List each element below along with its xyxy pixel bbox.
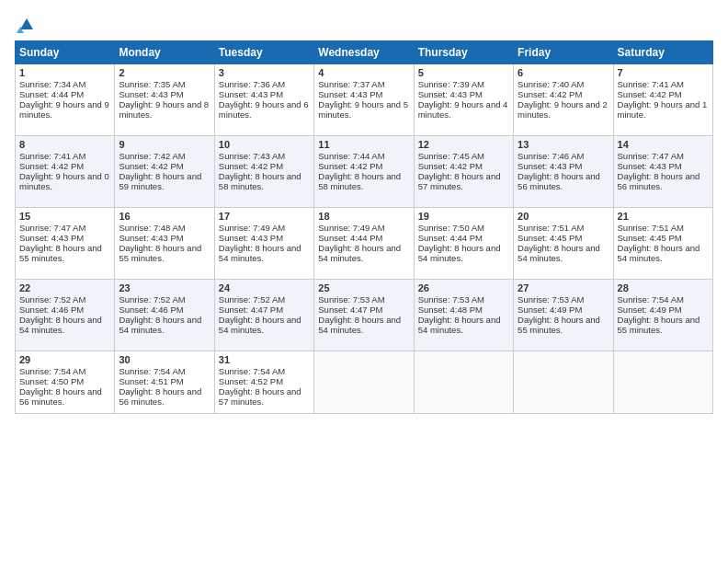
sunset-label: Sunset: 4:45 PM bbox=[518, 233, 582, 243]
sunset-label: Sunset: 4:42 PM bbox=[318, 161, 382, 171]
col-header-monday: Monday bbox=[115, 40, 214, 63]
daylight-label: Daylight: 8 hours and 56 minutes. bbox=[518, 171, 600, 191]
calendar-cell bbox=[514, 350, 613, 413]
sunrise-label: Sunrise: 7:42 AM bbox=[119, 151, 185, 161]
sunrise-label: Sunrise: 7:47 AM bbox=[618, 151, 684, 161]
calendar-cell: 11Sunrise: 7:44 AMSunset: 4:42 PMDayligh… bbox=[314, 135, 414, 207]
sunrise-label: Sunrise: 7:45 AM bbox=[418, 151, 484, 161]
daylight-label: Daylight: 8 hours and 56 minutes. bbox=[19, 386, 102, 407]
calendar-cell: 16Sunrise: 7:48 AMSunset: 4:43 PMDayligh… bbox=[115, 207, 214, 279]
daylight-label: Daylight: 8 hours and 54 minutes. bbox=[19, 315, 102, 335]
day-number: 25 bbox=[318, 282, 409, 293]
day-number: 16 bbox=[119, 211, 210, 222]
sunset-label: Sunset: 4:43 PM bbox=[618, 161, 682, 171]
sunrise-label: Sunrise: 7:54 AM bbox=[219, 366, 285, 376]
sunset-label: Sunset: 4:42 PM bbox=[119, 161, 183, 171]
day-number: 11 bbox=[318, 139, 409, 150]
col-header-thursday: Thursday bbox=[414, 40, 513, 63]
day-number: 17 bbox=[219, 211, 310, 222]
day-number: 28 bbox=[618, 282, 709, 293]
sunrise-label: Sunrise: 7:37 AM bbox=[318, 79, 384, 89]
sunset-label: Sunset: 4:42 PM bbox=[518, 89, 582, 99]
day-number: 20 bbox=[518, 211, 609, 222]
calendar-cell: 6Sunrise: 7:40 AMSunset: 4:42 PMDaylight… bbox=[514, 63, 613, 135]
sunrise-label: Sunrise: 7:41 AM bbox=[19, 151, 85, 161]
daylight-label: Daylight: 8 hours and 54 minutes. bbox=[518, 243, 600, 263]
calendar-cell: 2Sunrise: 7:35 AMSunset: 4:43 PMDaylight… bbox=[115, 63, 214, 135]
sunset-label: Sunset: 4:47 PM bbox=[318, 304, 382, 315]
calendar-cell: 5Sunrise: 7:39 AMSunset: 4:43 PMDaylight… bbox=[414, 63, 513, 135]
day-number: 18 bbox=[318, 211, 409, 222]
day-number: 5 bbox=[418, 67, 509, 78]
calendar-cell: 4Sunrise: 7:37 AMSunset: 4:43 PMDaylight… bbox=[314, 63, 414, 135]
calendar-cell: 23Sunrise: 7:52 AMSunset: 4:46 PMDayligh… bbox=[115, 279, 214, 350]
sunset-label: Sunset: 4:46 PM bbox=[19, 304, 84, 315]
day-number: 6 bbox=[518, 67, 609, 78]
calendar-cell: 7Sunrise: 7:41 AMSunset: 4:42 PMDaylight… bbox=[613, 63, 712, 135]
sunrise-label: Sunrise: 7:48 AM bbox=[119, 223, 185, 233]
daylight-label: Daylight: 9 hours and 5 minutes. bbox=[318, 99, 408, 120]
sunrise-label: Sunrise: 7:53 AM bbox=[318, 294, 384, 304]
day-number: 13 bbox=[518, 139, 609, 150]
sunrise-label: Sunrise: 7:54 AM bbox=[618, 294, 684, 304]
calendar-cell: 10Sunrise: 7:43 AMSunset: 4:42 PMDayligh… bbox=[214, 135, 313, 207]
day-number: 21 bbox=[618, 211, 709, 222]
sunset-label: Sunset: 4:43 PM bbox=[518, 161, 582, 171]
daylight-label: Daylight: 8 hours and 54 minutes. bbox=[219, 315, 301, 335]
day-number: 8 bbox=[19, 139, 110, 150]
col-header-wednesday: Wednesday bbox=[314, 40, 414, 63]
sunrise-label: Sunrise: 7:52 AM bbox=[219, 294, 285, 304]
logo bbox=[15, 15, 37, 33]
day-number: 22 bbox=[19, 282, 110, 293]
sunrise-label: Sunrise: 7:54 AM bbox=[19, 366, 85, 376]
daylight-label: Daylight: 8 hours and 55 minutes. bbox=[19, 243, 102, 263]
calendar-cell: 28Sunrise: 7:54 AMSunset: 4:49 PMDayligh… bbox=[613, 279, 712, 350]
sunrise-label: Sunrise: 7:51 AM bbox=[518, 223, 584, 233]
sunrise-label: Sunrise: 7:53 AM bbox=[518, 294, 584, 304]
sunset-label: Sunset: 4:43 PM bbox=[219, 89, 283, 99]
sunrise-label: Sunrise: 7:43 AM bbox=[219, 151, 285, 161]
sunset-label: Sunset: 4:43 PM bbox=[318, 89, 382, 99]
sunrise-label: Sunrise: 7:49 AM bbox=[219, 223, 285, 233]
svg-marker-0 bbox=[20, 18, 33, 29]
day-number: 2 bbox=[119, 67, 210, 78]
calendar-cell: 15Sunrise: 7:47 AMSunset: 4:43 PMDayligh… bbox=[16, 207, 115, 279]
col-header-friday: Friday bbox=[514, 40, 613, 63]
daylight-label: Daylight: 8 hours and 54 minutes. bbox=[318, 315, 401, 335]
calendar-row: 1Sunrise: 7:34 AMSunset: 4:44 PMDaylight… bbox=[16, 63, 713, 135]
day-number: 23 bbox=[119, 282, 210, 293]
daylight-label: Daylight: 8 hours and 55 minutes. bbox=[119, 243, 201, 263]
calendar-cell: 14Sunrise: 7:47 AMSunset: 4:43 PMDayligh… bbox=[613, 135, 712, 207]
daylight-label: Daylight: 9 hours and 9 minutes. bbox=[19, 99, 109, 120]
daylight-label: Daylight: 9 hours and 2 minutes. bbox=[518, 99, 608, 120]
sunset-label: Sunset: 4:49 PM bbox=[518, 304, 582, 315]
calendar-row: 15Sunrise: 7:47 AMSunset: 4:43 PMDayligh… bbox=[16, 207, 713, 279]
calendar-cell: 1Sunrise: 7:34 AMSunset: 4:44 PMDaylight… bbox=[16, 63, 115, 135]
sunset-label: Sunset: 4:50 PM bbox=[19, 376, 84, 386]
sunrise-label: Sunrise: 7:35 AM bbox=[119, 79, 185, 89]
calendar-cell: 9Sunrise: 7:42 AMSunset: 4:42 PMDaylight… bbox=[115, 135, 214, 207]
sunset-label: Sunset: 4:42 PM bbox=[219, 161, 283, 171]
daylight-label: Daylight: 8 hours and 56 minutes. bbox=[119, 386, 201, 407]
day-number: 4 bbox=[318, 67, 409, 78]
calendar-cell: 13Sunrise: 7:46 AMSunset: 4:43 PMDayligh… bbox=[514, 135, 613, 207]
sunset-label: Sunset: 4:44 PM bbox=[418, 233, 483, 243]
daylight-label: Daylight: 8 hours and 54 minutes. bbox=[318, 243, 401, 263]
sunset-label: Sunset: 4:42 PM bbox=[19, 161, 84, 171]
sunset-label: Sunset: 4:44 PM bbox=[19, 89, 84, 99]
sunrise-label: Sunrise: 7:34 AM bbox=[19, 79, 85, 89]
day-number: 30 bbox=[119, 354, 210, 365]
daylight-label: Daylight: 9 hours and 0 minutes. bbox=[19, 171, 109, 191]
sunset-label: Sunset: 4:43 PM bbox=[19, 233, 84, 243]
day-number: 14 bbox=[618, 139, 709, 150]
sunrise-label: Sunrise: 7:44 AM bbox=[318, 151, 384, 161]
sunrise-label: Sunrise: 7:51 AM bbox=[618, 223, 684, 233]
sunrise-label: Sunrise: 7:47 AM bbox=[19, 223, 85, 233]
sunset-label: Sunset: 4:46 PM bbox=[119, 304, 183, 315]
day-number: 29 bbox=[19, 354, 110, 365]
daylight-label: Daylight: 8 hours and 54 minutes. bbox=[618, 243, 700, 263]
daylight-label: Daylight: 9 hours and 1 minute. bbox=[618, 99, 708, 120]
calendar-header-row: SundayMondayTuesdayWednesdayThursdayFrid… bbox=[16, 40, 713, 63]
sunrise-label: Sunrise: 7:50 AM bbox=[418, 223, 484, 233]
calendar-cell bbox=[314, 350, 414, 413]
